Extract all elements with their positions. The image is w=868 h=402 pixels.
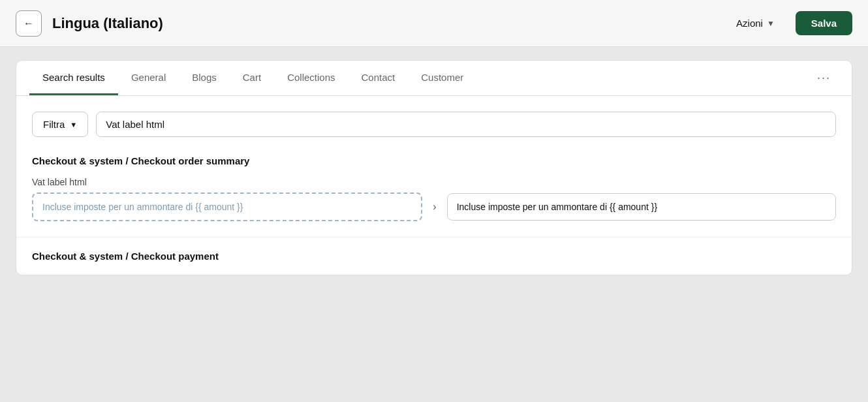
tab-customer[interactable]: Customer [408, 61, 476, 95]
section2-title: Checkout & system / Checkout payment [32, 251, 836, 262]
back-icon: ← [23, 18, 34, 29]
tab-search-results[interactable]: Search results [29, 61, 118, 95]
tab-content: Filtra ▼ Checkout & system / Checkout or… [16, 96, 852, 237]
tab-general[interactable]: General [118, 61, 179, 95]
search-input[interactable] [96, 112, 836, 137]
header: ← Lingua (Italiano) Azioni ▼ Salva [0, 0, 868, 47]
tabs-more-button[interactable]: ··· [809, 61, 839, 95]
tabs-bar: Search results General Blogs Cart Collec… [16, 61, 852, 96]
actions-label: Azioni [736, 18, 763, 29]
actions-button[interactable]: Azioni ▼ [726, 12, 785, 34]
filter-button[interactable]: Filtra ▼ [32, 112, 88, 137]
filter-bar: Filtra ▼ [32, 112, 836, 137]
page-title: Lingua (Italiano) [52, 15, 715, 32]
field-label: Vat label html [32, 177, 836, 187]
filter-label: Filtra [43, 119, 65, 130]
section2: Checkout & system / Checkout payment [16, 237, 852, 275]
section1-title: Checkout & system / Checkout order summa… [32, 155, 836, 166]
translation-row: Incluse imposte per un ammontare di {{ a… [32, 193, 836, 221]
target-text[interactable]: Incluse imposte per un ammontare di {{ a… [447, 193, 836, 221]
tab-blogs[interactable]: Blogs [179, 61, 230, 95]
save-button[interactable]: Salva [796, 11, 852, 35]
actions-chevron-icon: ▼ [767, 19, 775, 28]
arrow-icon: › [433, 201, 436, 213]
main-content: Search results General Blogs Cart Collec… [0, 47, 868, 288]
filter-chevron-icon: ▼ [70, 121, 77, 129]
tab-card: Search results General Blogs Cart Collec… [16, 60, 852, 275]
source-text: Incluse imposte per un ammontare di {{ a… [32, 193, 422, 221]
tab-cart[interactable]: Cart [230, 61, 274, 95]
tab-collections[interactable]: Collections [274, 61, 348, 95]
back-button[interactable]: ← [16, 10, 42, 37]
tab-contact[interactable]: Contact [349, 61, 409, 95]
